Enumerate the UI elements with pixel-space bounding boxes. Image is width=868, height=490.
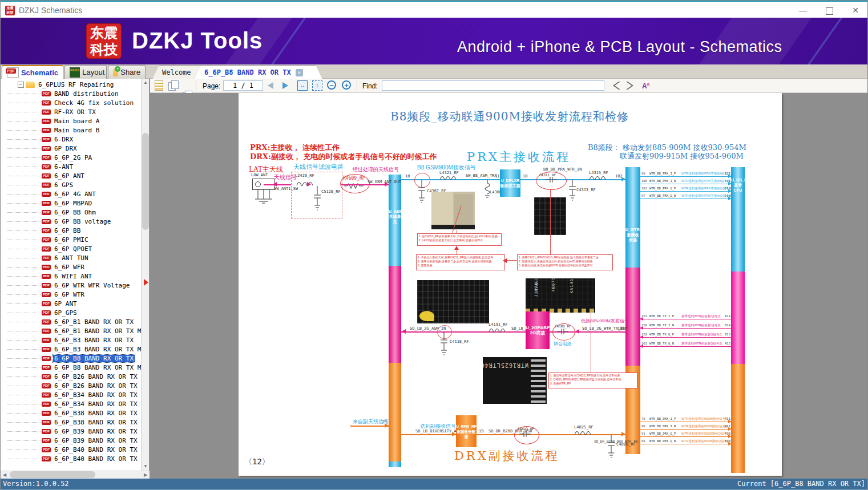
zoom-in-icon[interactable]: + [342,80,351,90]
tree-guide [7,440,41,441]
tree-item[interactable]: PDF 6_6P WFR [1,262,141,272]
scroll-down-icon[interactable]: ▼ [142,463,150,471]
signal-row: 97WTR_BB_PRX_Q_N WTR送到基带的PRX主接收Q信号负C10 [640,194,731,201]
tree-item[interactable]: PDF 6_6P_B40 BAND RX OR TX [1,445,141,454]
tree-item-label: 6_6P_B40 BAND RX OR TX Ma [53,455,141,463]
tree-item[interactable]: PDF 6_6P_B3 BAND RX OR TX [1,335,141,345]
tree-item[interactable]: PDF 6_6P_B40 BAND RX OR TX Ma [1,454,141,463]
fit-width-icon[interactable]: ↔ [297,80,308,91]
brand-title: DZKJ Tools [132,28,263,54]
find-next-icon[interactable] [626,82,635,90]
tree-item[interactable]: PDF 6_6P_B34 BAND RX OR TX [1,390,141,399]
banner-streak [800,18,846,64]
tree-guide [7,148,41,149]
2g-pa-block: U_2GPABF2G功放 [526,311,550,349]
tab-layout[interactable]: PADS Layout [64,65,107,79]
thumbnail-view-icon[interactable] [155,80,163,91]
page-number-input[interactable]: 1 / 1 [223,80,263,91]
pdf-icon: PDF [42,219,51,224]
tree-guide [7,395,41,395]
tree-guide [7,185,41,185]
pin-19: 19 [479,429,483,434]
tree-item[interactable]: PDF BAND distribution [1,89,141,98]
tree-item[interactable]: PDF 6_6P BB voltage [1,217,141,226]
tree-item[interactable]: PDF 6_6P_B26 BAND RX OR TX [1,372,141,381]
tree-item[interactable]: PDF 6 WIFI ANT [1,272,141,281]
tree-item[interactable]: PDF 6-DRX [1,135,141,144]
tree-item-label: 6_6P_B38 BAND RX OR TX [53,410,139,417]
match-case-icon[interactable]: Aa [642,82,649,90]
collapse-icon[interactable] [18,82,24,88]
tree-item[interactable]: PDF 6_6P PMIC [1,235,141,244]
doc-tab-close-icon[interactable]: ✕ [296,69,303,76]
minimize-button[interactable]: — [790,2,816,19]
pdf-viewer[interactable]: B8频段_移动联通900M接收发射流程和检修 PRX:主接收， 连续性工作 DR… [150,93,868,479]
tree-item[interactable]: PDF 6_6P WTR WFR Voltage [1,281,141,290]
tree-item[interactable]: PDF 6_6P_2G PA [1,153,141,162]
tree-item-label: 6_6P_B39 BAND RX OR TX [53,428,139,435]
tree-item-label: 6_6P_B1 BAND RX OR TX [53,318,135,326]
sidebar-vertical-scrollbar[interactable]: ▲ ▼ [141,79,149,471]
pads-badge: PADS [70,68,79,72]
zoom-out-icon[interactable]: − [327,80,336,90]
scroll-right-icon[interactable]: ▶ [142,471,150,479]
tree-item[interactable]: PDF 6_6P_B38 BAND RX OR TX [1,408,141,418]
scroll-left-icon[interactable]: ◀ [1,471,9,479]
tree-item[interactable]: PDF 6_6P_B3 BAND RX OR TX Mai [1,345,141,354]
wtr-chip-photo: WTR1625LTR4625HBCM4401QVN [483,357,547,404]
doc-tab-current[interactable]: 6_6P_B8 BAND RX OR TX ✕ [195,65,322,79]
tree-item[interactable]: PDF 6_6P BB [1,226,141,235]
tree-item[interactable]: PDF Main board B [1,125,141,135]
scroll-thumb[interactable] [142,133,149,230]
tree-guide [7,331,41,331]
tx-signal-label: 低频885-909M发射信号 [581,318,629,324]
tree-item-label: 6P_DRX [53,145,78,152]
tree-item[interactable]: PDF 6 GPS [1,180,141,189]
tree-item[interactable]: PDF RF-RX OR TX [1,107,141,116]
scroll-up-icon[interactable]: ▲ [142,79,150,87]
tree-item[interactable]: PDF 6_6P QPOET [1,244,141,253]
sw-b8-asm-trx-label: SW_B8_ASM_TRX [466,173,497,178]
tree-item[interactable]: PDF 6 ANT TUN [1,253,141,262]
previous-page-icon[interactable] [268,82,273,89]
tree-item[interactable]: PDF 6_6P BB Ohm [1,208,141,217]
tree-item[interactable]: PDF 6_6P_B8 BAND RX OR TX Mai [1,363,141,372]
tree-item[interactable]: PDF 6P ANT [1,299,141,308]
find-previous-icon[interactable] [611,82,620,90]
tree-item-label: 6-ANT [53,163,74,171]
tree-item[interactable]: PDF Check 4G fix solution [1,98,141,107]
tree-item[interactable]: PDF 6_6P_B38 BAND RX OR TX Ma [1,418,141,427]
tree-item[interactable]: PDF 6_6P_B39 BAND RX OR TX [1,427,141,436]
tree-item[interactable]: PDF 6_6P_B8 BAND RX OR TX [1,354,141,363]
tree-item[interactable]: PDF 6_6P_B39 BAND RX OR TX Ma [1,436,141,445]
pads-icon: PADS [70,67,80,78]
tree-item[interactable]: PDF 6_6P 4G ANT [1,189,141,199]
tree-item[interactable]: PDF 6_6P_B26 BAND RX OR TX Ma [1,381,141,390]
fit-page-icon[interactable]: ↕ [312,80,322,91]
tree-item[interactable]: PDF 6_6P_B1 BAND RX OR TX [1,317,141,326]
splitter-collapse-icon[interactable] [144,279,148,286]
pin-18: 18 [405,174,410,179]
tree-item[interactable]: PDF 6_6P_B34 BAND RX OR TX Ma [1,399,141,408]
tab-schematic[interactable]: PDF Schematic [2,65,63,79]
schematic-page: B8频段_移动联通900M接收发射流程和检修 PRX:主接收， 连续性工作 DR… [239,93,782,476]
tree-folder-row[interactable]: 6_6PLUS RF Repairing [1,80,141,89]
tree-item[interactable]: PDF 6P_GPS [1,308,141,317]
maximize-button[interactable] [816,2,842,19]
tree-item[interactable]: PDF 6_6P WTR [1,290,141,299]
tx-wire [401,331,526,333]
rotate-left-icon[interactable] [168,80,179,91]
close-button[interactable]: ✕ [842,2,868,19]
tree-item[interactable]: PDF 6-ANT [1,162,141,171]
scroll-thumb[interactable] [10,471,95,478]
tab-share[interactable]: Share [108,65,146,79]
tree-item[interactable]: PDF Main board A [1,116,141,125]
tree-item[interactable]: PDF 6P_DRX [1,144,141,153]
next-page-icon[interactable] [282,82,288,89]
tree-item[interactable]: PDF 6_6P ANT [1,171,141,180]
find-input[interactable] [382,80,604,91]
tree-item[interactable]: PDF 6_6P MBPAD [1,199,141,208]
tree-item-label: Main board A [53,118,100,125]
tree-item[interactable]: PDF 6_6P_B1 BAND RX OR TX Mai [1,326,141,335]
tree-item-label: 6_6P_B34 BAND RX OR TX Ma [53,400,141,408]
